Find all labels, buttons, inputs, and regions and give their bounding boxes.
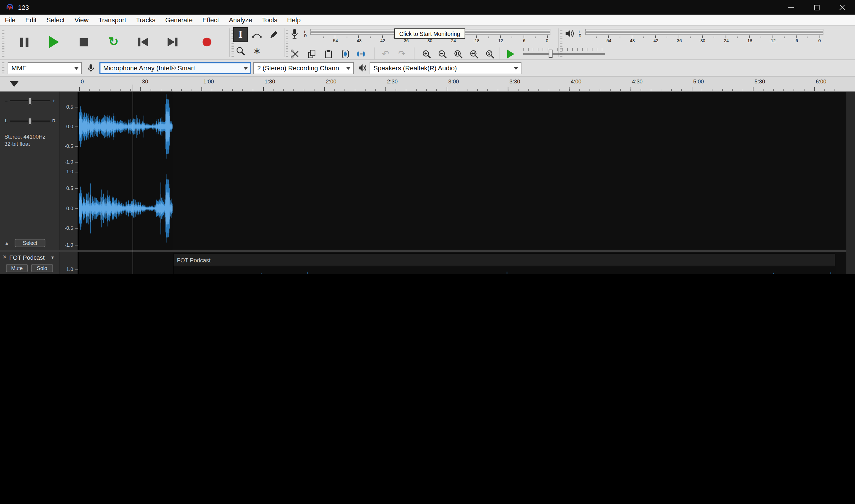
multi-tool-button[interactable]: ∗ (249, 43, 264, 58)
menu-item-view[interactable]: View (70, 16, 93, 24)
playback-speed-slider[interactable] (516, 48, 606, 58)
chevron-down-icon (74, 67, 79, 70)
toolbar-grip[interactable] (2, 29, 4, 57)
pause-button[interactable] (12, 30, 37, 55)
play-button[interactable] (41, 30, 67, 55)
envelope-tool-button[interactable] (249, 27, 264, 42)
maximize-button[interactable] (804, 0, 829, 15)
skip-to-start-button[interactable] (130, 30, 156, 55)
timeline-minor-ticks (79, 89, 841, 91)
playback-device-dropdown[interactable]: Speakers (Realtek(R) Audio) (370, 62, 521, 74)
zoom-tool-button[interactable] (233, 43, 248, 58)
meter-tick (772, 35, 773, 38)
gain-slider-thumb[interactable] (29, 97, 32, 105)
toolbar-grip[interactable] (2, 62, 4, 74)
minimize-button[interactable] (778, 0, 804, 15)
meter-tick (358, 35, 359, 38)
timeline-label: 4:30 (632, 79, 643, 85)
trim-audio-button[interactable] (338, 48, 352, 60)
menu-item-file[interactable]: File (0, 16, 20, 24)
track2-waveform[interactable] (174, 266, 836, 274)
timeline-cursor-mark (133, 85, 133, 91)
chevron-down-icon (514, 67, 518, 70)
menu-item-select[interactable]: Select (41, 16, 70, 24)
meter-tick (608, 35, 609, 38)
menu-item-tracks[interactable]: Tracks (131, 16, 160, 24)
loop-button[interactable]: ↻ (101, 30, 126, 55)
menu-item-edit[interactable]: Edit (20, 16, 41, 24)
zoom-out-button[interactable] (435, 48, 449, 60)
collapse-track-button[interactable]: ▲ (4, 241, 9, 246)
draw-tool-button[interactable] (266, 27, 281, 42)
paste-button[interactable] (321, 48, 335, 60)
zoom-toggle-button[interactable] (483, 48, 497, 60)
recording-device-value: Microphone Array (Intel® Smart (103, 65, 195, 72)
vertical-scrollbar[interactable] (847, 92, 855, 274)
track1-pan-slider[interactable]: L R (4, 117, 56, 125)
menu-item-help[interactable]: Help (282, 16, 305, 24)
fit-project-button[interactable] (467, 48, 481, 60)
track-menu-arrow-icon[interactable]: ▾ (51, 255, 54, 260)
stop-button[interactable] (71, 30, 96, 55)
skip-to-end-button[interactable] (160, 30, 185, 55)
meter-scale-number: -30 (426, 38, 432, 43)
menu-item-tools[interactable]: Tools (257, 16, 282, 24)
track1-vertical-ruler[interactable] (60, 92, 78, 250)
timeline-tick (814, 87, 815, 91)
menu-item-analyze[interactable]: Analyze (224, 16, 257, 24)
track1-lane[interactable] (78, 92, 847, 250)
selection-tool-button[interactable]: I (233, 27, 248, 42)
pan-slider-thumb[interactable] (29, 118, 32, 125)
track1-gain-slider[interactable]: – + (4, 97, 56, 105)
menu-item-generate[interactable]: Generate (160, 16, 197, 24)
speed-slider-thumb[interactable] (549, 50, 553, 58)
timeline-options-button[interactable] (10, 81, 18, 87)
track1-select-button[interactable]: Select (15, 239, 46, 247)
timeline-label: 4:00 (571, 79, 582, 85)
fit-selection-icon (453, 49, 463, 58)
microphone-icon[interactable] (290, 29, 299, 39)
close-button[interactable] (830, 0, 855, 15)
monitoring-tooltip[interactable]: Click to Start Monitoring (394, 29, 465, 39)
menu-item-transport[interactable]: Transport (93, 16, 131, 24)
pan-left-label: L (4, 119, 8, 124)
silence-audio-button[interactable] (354, 48, 368, 60)
track1-control-panel[interactable]: – + L R Stereo, 44100Hz 32-bit float ▲ S… (0, 92, 60, 250)
recording-channels-dropdown[interactable]: 2 (Stereo) Recording Chann (253, 62, 354, 74)
menu-item-effect[interactable]: Effect (197, 16, 224, 24)
track2-control-panel[interactable]: × FOT Podcast ▾ Mute Solo – + L R Stereo… (0, 252, 60, 274)
track2-clip[interactable]: FOT Podcast (173, 254, 835, 274)
undo-button[interactable]: ↶ (378, 48, 393, 60)
solo-button[interactable]: Solo (31, 264, 53, 272)
clip-title-bar[interactable]: FOT Podcast (174, 254, 835, 266)
meter-tick (547, 35, 548, 38)
maximize-icon (814, 5, 819, 10)
cut-button[interactable] (288, 48, 302, 60)
skip-to-start-icon (138, 38, 140, 46)
multi-tool-icon: ∗ (253, 46, 261, 55)
fit-selection-button[interactable] (451, 48, 465, 60)
meter-scale-number: -6 (521, 38, 526, 43)
close-track-button[interactable]: × (3, 254, 6, 260)
recording-device-dropdown[interactable]: Microphone Array (Intel® Smart (100, 62, 251, 74)
zoom-in-button[interactable] (419, 48, 433, 60)
redo-button[interactable]: ↷ (395, 48, 409, 60)
track2-name[interactable]: FOT Podcast (9, 254, 44, 260)
speaker-icon (358, 64, 367, 72)
meter-tick (523, 35, 524, 38)
audio-host-dropdown[interactable]: MME (8, 62, 82, 74)
fit-project-icon (469, 49, 478, 58)
timeline-ruler[interactable]: 0301:001:302:002:303:003:304:004:305:005… (0, 76, 855, 91)
mute-button[interactable]: Mute (6, 264, 28, 272)
copy-button[interactable] (305, 48, 319, 60)
record-button[interactable] (195, 30, 220, 55)
speaker-icon[interactable] (565, 29, 575, 38)
envelope-icon (252, 31, 262, 39)
meter-scale-number: -48 (355, 38, 361, 43)
play-at-speed-button[interactable] (503, 48, 518, 60)
playback-meter[interactable] (585, 29, 823, 35)
timeline-tick (386, 87, 386, 91)
track1-waveform[interactable] (79, 92, 173, 250)
track2-vertical-ruler[interactable] (60, 252, 78, 274)
meter-scale-number: -12 (497, 38, 503, 43)
